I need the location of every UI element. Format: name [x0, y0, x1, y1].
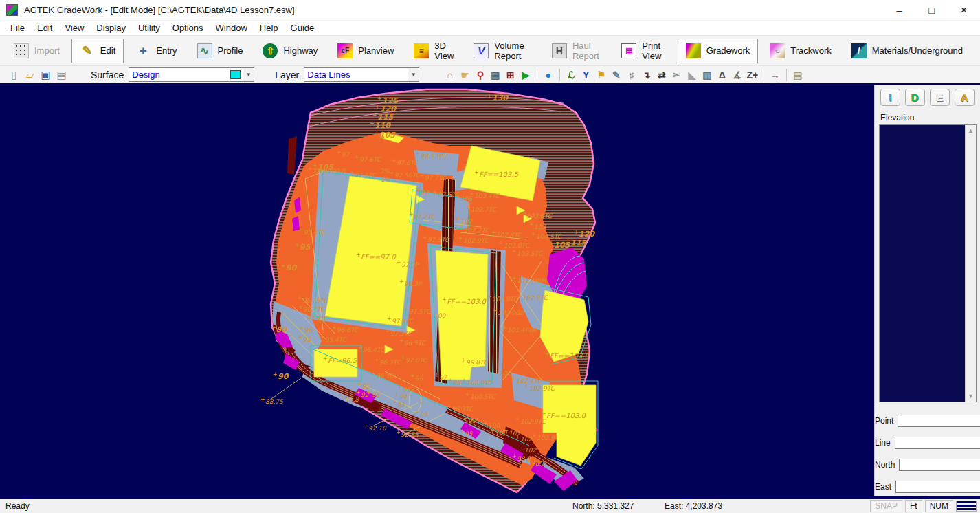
- toolbar-button-trackwork[interactable]: ○Trackwork: [761, 39, 839, 63]
- toolbar-button-materials-underground[interactable]: /Materials/Underground: [843, 39, 971, 63]
- toolbar-button-highway[interactable]: ⇧Highway: [254, 39, 326, 63]
- junction-icon[interactable]: Y: [579, 68, 593, 82]
- toolbar-button-volume-report[interactable]: VVolume Report: [465, 39, 540, 63]
- elevation-label: 92.85: [401, 431, 419, 438]
- north-input[interactable]: [899, 459, 980, 471]
- svg-text:+: +: [416, 187, 421, 193]
- print-icon[interactable]: ▤: [54, 67, 69, 82]
- elevation-label: 100.5TC: [470, 393, 497, 400]
- balance-icon[interactable]: Δ: [715, 68, 729, 82]
- elevation-label: 104.5TC: [536, 233, 563, 240]
- mode-button-d[interactable]: D: [905, 89, 925, 106]
- toolbar-button-import[interactable]: Import: [5, 39, 68, 63]
- menu-help[interactable]: Help: [254, 21, 285, 34]
- open-folder-icon[interactable]: ▱: [23, 67, 37, 82]
- menu-file[interactable]: File: [4, 21, 31, 34]
- arrow-branch-icon[interactable]: ↴: [639, 68, 654, 82]
- svg-text:+: +: [512, 248, 517, 254]
- svg-text:+: +: [392, 157, 397, 164]
- ff-label: FF==103.0: [447, 298, 487, 305]
- svg-text:+: +: [499, 240, 504, 246]
- east-input[interactable]: [895, 481, 980, 493]
- line-input[interactable]: [895, 437, 980, 449]
- cut-icon[interactable]: ✂: [669, 68, 684, 82]
- svg-text:+: +: [390, 170, 394, 176]
- mode-button-e[interactable]: E: [930, 89, 950, 106]
- pole-flag-icon[interactable]: ⚑: [594, 68, 608, 82]
- save-icon[interactable]: ▣: [38, 67, 53, 82]
- slope-corner-icon[interactable]: ◣: [684, 68, 699, 82]
- menu-window[interactable]: Window: [210, 21, 254, 34]
- mode-button-a[interactable]: A: [955, 89, 975, 106]
- minimize-button[interactable]: –: [883, 0, 915, 21]
- layer-dropdown[interactable]: Data Lines ▼: [304, 67, 419, 82]
- home-icon[interactable]: ⌂: [443, 68, 457, 82]
- num-toggle[interactable]: NUM: [925, 500, 953, 512]
- svg-text:+: +: [531, 231, 536, 237]
- toolbar-button-print-view[interactable]: ▤Print View: [613, 39, 673, 63]
- svg-text:+: +: [474, 169, 479, 175]
- point-input[interactable]: [898, 415, 980, 427]
- run-icon[interactable]: ▶: [518, 68, 533, 82]
- pan-hand-icon[interactable]: ☛: [458, 68, 472, 82]
- svg-text:+: +: [462, 378, 467, 384]
- toolbar-button-gradework[interactable]: Gradework: [678, 39, 759, 63]
- surface-dropdown[interactable]: Design ▼: [129, 67, 254, 82]
- svg-text:+: +: [298, 304, 303, 310]
- svg-text:+: +: [399, 338, 404, 344]
- close-button[interactable]: ×: [948, 0, 980, 21]
- svg-text:+: +: [387, 316, 392, 322]
- toolbar-button-profile[interactable]: ∿Profile: [189, 39, 252, 63]
- svg-text:+: +: [526, 458, 531, 464]
- snap-toggle[interactable]: SNAP: [870, 500, 902, 512]
- toolbar-button-edit[interactable]: ✎Edit: [71, 39, 124, 63]
- elevation-listbox[interactable]: ▲ ▼: [879, 124, 977, 402]
- toolbar-button-haul-report[interactable]: HHaul Report: [544, 39, 610, 63]
- profile-icon: ∿: [197, 43, 212, 58]
- toolbar-button-entry[interactable]: +Entry: [127, 39, 185, 63]
- export-icon[interactable]: →: [768, 68, 782, 82]
- exclude-detail-icon[interactable]: ▦: [488, 68, 502, 82]
- draw-measure-icon[interactable]: ✎: [609, 68, 623, 82]
- line-cost-icon[interactable]: ℒ: [564, 68, 578, 82]
- drawing-canvas[interactable]: +130+125+120+115+110+105+105+120+115+105…: [0, 85, 874, 496]
- toolbar-button-label: Volume Report: [494, 41, 532, 61]
- chevron-down-icon[interactable]: ▼: [408, 68, 419, 81]
- grid-edit-icon[interactable]: ♯: [624, 68, 638, 82]
- maximize-button[interactable]: □: [915, 0, 948, 21]
- elevation-label: 95.4TC: [304, 229, 326, 236]
- units-toggle[interactable]: Ft: [905, 500, 922, 512]
- menu-options[interactable]: Options: [166, 21, 210, 34]
- z-plus-icon[interactable]: Z+: [745, 68, 759, 82]
- toolbar-button-3d-view[interactable]: ≡3D View: [405, 39, 462, 63]
- surface-value: Design: [132, 69, 230, 80]
- menu-display[interactable]: Display: [90, 21, 132, 34]
- elevation-scrollbar[interactable]: ▲ ▼: [965, 125, 976, 402]
- chevron-down-icon[interactable]: ▼: [243, 68, 254, 81]
- elevation-label: 97.56TC: [394, 172, 421, 179]
- swap-arrows-icon[interactable]: ⇄: [654, 68, 669, 82]
- toolbar-button-planview[interactable]: cFPlanview: [329, 39, 402, 63]
- scroll-down-icon[interactable]: ▼: [968, 391, 974, 402]
- svg-text:+: +: [520, 445, 524, 451]
- status-ready: Ready: [5, 501, 30, 511]
- menu-view[interactable]: View: [58, 21, 90, 34]
- report-doc-icon[interactable]: ▤: [790, 68, 805, 82]
- new-file-icon[interactable]: ▯: [7, 67, 21, 82]
- svg-text:+: +: [512, 453, 517, 459]
- svg-text:+: +: [308, 166, 313, 172]
- site-plan-svg[interactable]: +130+125+120+115+110+105+105+120+115+105…: [0, 85, 874, 496]
- scroll-up-icon[interactable]: ▲: [968, 125, 974, 136]
- angle-icon[interactable]: ∡: [730, 68, 744, 82]
- mode-button-i[interactable]: I: [880, 89, 900, 106]
- elevation-label: 102: [524, 447, 537, 454]
- resize-grip[interactable]: [956, 501, 977, 512]
- layers-icon[interactable]: ▥: [700, 68, 714, 82]
- water-drop-icon[interactable]: ●: [541, 68, 555, 82]
- menu-guide[interactable]: Guide: [285, 21, 321, 34]
- zoom-search-icon[interactable]: ⚲: [473, 68, 487, 82]
- menu-utility[interactable]: Utility: [132, 21, 166, 34]
- menu-edit[interactable]: Edit: [31, 21, 58, 34]
- elevation-label: 92.10: [368, 425, 387, 432]
- overlay-regions-icon[interactable]: ⊞: [503, 68, 517, 82]
